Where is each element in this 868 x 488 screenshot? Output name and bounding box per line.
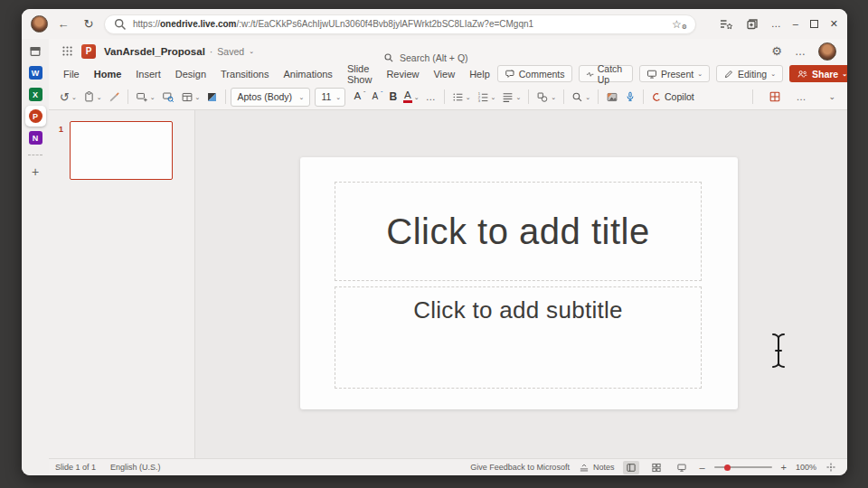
ribbon-more-button[interactable]: …	[793, 86, 809, 108]
onenote-app-icon[interactable]: N	[29, 131, 42, 145]
normal-view-icon	[626, 463, 637, 473]
tab-view[interactable]: View	[426, 69, 462, 80]
fit-to-window-icon[interactable]	[826, 462, 836, 473]
save-status-chevron-icon[interactable]: ⌄	[249, 48, 254, 54]
slide-thumbnail-panel: 1	[49, 110, 195, 458]
undo-button[interactable]: ↺⌄	[57, 86, 80, 108]
save-status[interactable]: Saved	[217, 46, 244, 57]
favorites-star-icon[interactable]: ☆⚙	[672, 18, 687, 31]
favorites-list-icon[interactable]	[719, 17, 733, 32]
tab-animations[interactable]: Animations	[276, 69, 339, 80]
slide[interactable]: Click to add title Click to add subtitle	[300, 157, 738, 409]
feedback-link[interactable]: Give Feedback to Microsoft	[470, 463, 570, 472]
collapse-ribbon-icon: ⌄	[828, 93, 835, 101]
collections-icon[interactable]	[745, 17, 760, 32]
format-painter-button[interactable]	[106, 86, 123, 108]
slideshow-view-button[interactable]	[674, 461, 690, 474]
tab-insert[interactable]: Insert	[128, 69, 168, 80]
ribbon-separator	[563, 89, 564, 104]
layout-button[interactable]: ⌄	[178, 86, 203, 108]
font-name-value: Aptos (Body)	[237, 91, 292, 102]
slide-thumbnail[interactable]	[70, 121, 173, 180]
browser-profile-avatar[interactable]	[31, 15, 48, 33]
tab-help[interactable]: Help	[462, 69, 497, 80]
m365-home-icon[interactable]	[29, 45, 42, 58]
tab-design[interactable]: Design	[168, 69, 213, 80]
paintbrush-icon	[108, 91, 120, 103]
reuse-slides-button[interactable]	[159, 86, 177, 108]
find-button[interactable]: ⌄	[569, 86, 593, 108]
paste-chevron-icon: ⌄	[97, 94, 102, 100]
font-name-combo[interactable]: Aptos (Body)⌄	[231, 88, 310, 107]
language-status[interactable]: English (U.S.)	[110, 463, 161, 472]
copilot-button[interactable]: Copilot	[648, 86, 697, 108]
slide-counter[interactable]: Slide 1 of 1	[55, 463, 96, 472]
designer-pane-button[interactable]	[766, 86, 784, 108]
shrink-font-button[interactable]: Aˇ	[369, 86, 385, 108]
comment-icon	[505, 69, 515, 80]
word-app-icon[interactable]: W	[29, 66, 42, 80]
subtitle-placeholder[interactable]: Click to add subtitle	[335, 286, 702, 389]
excel-app-icon[interactable]: X	[29, 88, 42, 101]
tab-home[interactable]: Home	[87, 69, 129, 80]
title-separator: ·	[210, 46, 213, 57]
settings-gear-icon[interactable]: ⚙	[771, 44, 782, 58]
more-font-options-button[interactable]: …	[423, 86, 439, 108]
notes-toggle[interactable]: Notes	[579, 463, 615, 473]
window-maximize-button[interactable]	[810, 20, 818, 28]
address-bar[interactable]: https://onedrive.live.com/:w:/t/EaCKkPs6…	[104, 14, 696, 34]
share-button[interactable]: Share ⌄	[789, 65, 847, 82]
document-title[interactable]: VanArsdel_Proposal	[104, 46, 205, 57]
search-box[interactable]: Search (Alt + Q)	[383, 52, 468, 63]
numbering-button[interactable]: 123 ⌄	[475, 86, 499, 108]
editing-mode-button[interactable]: Editing ⌄	[716, 65, 783, 82]
browser-back-icon[interactable]: ←	[53, 18, 73, 30]
paste-button[interactable]: ⌄	[80, 86, 105, 108]
zoom-level[interactable]: 100%	[796, 463, 816, 472]
new-slide-icon	[136, 91, 148, 103]
browser-more-icon[interactable]: …	[771, 19, 781, 29]
header-more-icon[interactable]: …	[795, 45, 806, 58]
window-minimize-button[interactable]: –	[793, 19, 798, 29]
designer-button[interactable]	[203, 86, 221, 108]
tab-transitions[interactable]: Transitions	[213, 69, 276, 80]
grow-font-button[interactable]: Aˆ	[351, 86, 368, 108]
shapes-button[interactable]: ⌄	[533, 86, 559, 108]
picture-button[interactable]	[603, 86, 621, 108]
app-launcher-icon[interactable]	[61, 45, 73, 57]
catch-up-button[interactable]: Catch Up	[579, 65, 633, 82]
slide-sorter-view-button[interactable]	[648, 461, 665, 474]
bullets-button[interactable]: ⌄	[449, 86, 474, 108]
normal-view-button[interactable]	[623, 461, 639, 474]
font-color-button[interactable]: A⌄	[401, 86, 422, 108]
present-button[interactable]: Present ⌄	[639, 65, 710, 82]
font-size-value: 11	[321, 91, 331, 102]
font-size-combo[interactable]: 11⌄	[315, 88, 345, 107]
present-chevron-icon: ⌄	[697, 70, 703, 77]
dictate-button[interactable]	[622, 86, 638, 108]
tab-file[interactable]: File	[56, 69, 87, 80]
account-avatar[interactable]	[818, 42, 836, 61]
align-button[interactable]: ⌄	[499, 86, 524, 108]
collapse-ribbon-button[interactable]: ⌄	[826, 86, 838, 108]
zoom-in-button[interactable]: +	[781, 463, 787, 473]
pencil-icon	[723, 69, 734, 80]
find-chevron-icon: ⌄	[585, 94, 590, 100]
zoom-slider[interactable]	[714, 466, 772, 468]
tab-slideshow[interactable]: Slide Show	[340, 63, 380, 85]
layout-chevron-icon: ⌄	[195, 94, 201, 100]
zoom-out-button[interactable]: –	[699, 463, 704, 473]
bold-button[interactable]: B	[386, 86, 400, 108]
editing-chevron-icon: ⌄	[770, 70, 776, 77]
new-slide-button[interactable]: ⌄	[133, 86, 158, 108]
tab-review[interactable]: Review	[379, 69, 426, 80]
window-close-button[interactable]: ✕	[830, 19, 838, 29]
browser-refresh-icon[interactable]: ↻	[79, 18, 99, 30]
rail-add-app-button[interactable]: +	[32, 165, 39, 178]
layout-icon	[181, 91, 193, 103]
title-placeholder[interactable]: Click to add title	[335, 182, 702, 281]
powerpoint-app-active[interactable]: P	[25, 106, 46, 127]
comments-button[interactable]: Comments	[497, 65, 572, 82]
powerpoint-logo[interactable]: P	[81, 44, 96, 59]
zoom-slider-handle[interactable]	[724, 465, 731, 471]
